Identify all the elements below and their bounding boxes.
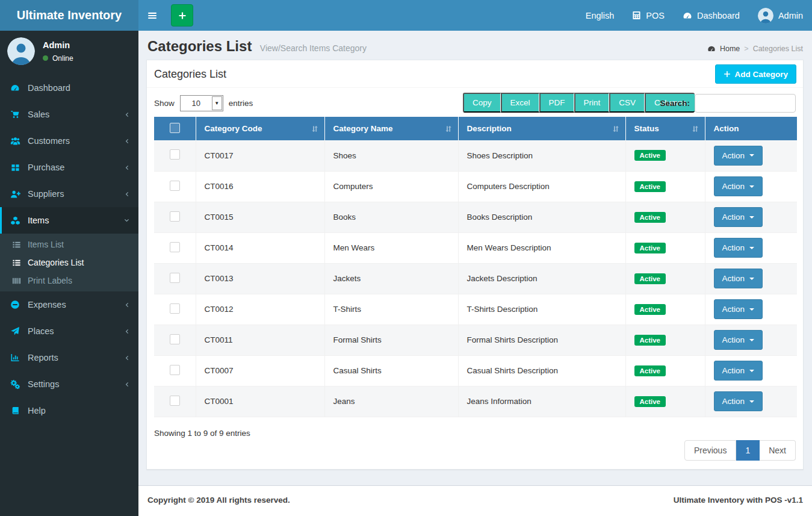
cart-icon — [9, 110, 21, 119]
sidebar-item-categories-list[interactable]: Categories List — [0, 253, 138, 272]
sidebar-toggle-button[interactable] — [138, 0, 166, 31]
sidebar-item-customers[interactable]: Customers — [0, 128, 138, 154]
avatar — [758, 8, 773, 23]
status-badge: Active — [634, 304, 666, 315]
cell-category-code: CT0012 — [196, 294, 324, 325]
pos-link[interactable]: POS — [623, 0, 674, 31]
row-checkbox[interactable] — [170, 303, 180, 314]
action-dropdown-button[interactable]: Action — [714, 238, 763, 258]
action-dropdown-button[interactable]: Action — [714, 361, 763, 381]
page-length-control: Show 10 ▼ entries — [154, 95, 253, 111]
status-badge: Active — [634, 273, 666, 284]
row-checkbox[interactable] — [170, 273, 180, 283]
sidebar-item-items-list[interactable]: Items List — [0, 235, 138, 253]
cell-description: Casual Shirts Description — [458, 355, 625, 386]
pagination-page-1-button[interactable]: 1 — [736, 440, 760, 461]
dashboard-label: Dashboard — [697, 11, 740, 20]
cell-description: Men Wears Description — [458, 232, 625, 263]
action-dropdown-button[interactable]: Action — [714, 207, 763, 227]
calculator-icon — [632, 11, 641, 20]
caret-down-icon — [749, 185, 754, 188]
select-caret-icon[interactable]: ▼ — [212, 96, 222, 110]
caret-down-icon — [749, 247, 754, 249]
sidebar-item-label: Dashboard — [28, 83, 70, 93]
caret-down-icon — [749, 339, 754, 341]
pagination-previous-button[interactable]: Previous — [684, 440, 736, 461]
action-dropdown-button[interactable]: Action — [714, 391, 763, 411]
search-input[interactable] — [695, 94, 796, 113]
sidebar-user-info: Admin Online — [43, 40, 73, 63]
bars-icon — [147, 10, 158, 21]
page-length-select[interactable]: 10 ▼ — [180, 95, 223, 111]
pdf-button[interactable]: PDF — [539, 93, 574, 113]
cell-category-name: T-Shirts — [324, 294, 458, 325]
main-content: Categories List View/Search Items Catego… — [138, 31, 812, 516]
sidebar-item-places[interactable]: Places — [0, 318, 138, 344]
column-header-status[interactable]: Status — [625, 117, 705, 140]
cell-description: Computers Description — [458, 171, 625, 202]
pagination-next-button[interactable]: Next — [760, 440, 796, 461]
excel-button[interactable]: Excel — [501, 93, 539, 113]
select-all-checkbox[interactable] — [170, 123, 180, 133]
sidebar-item-items[interactable]: Items — [0, 207, 138, 234]
footer-version: Ultimate Inventory with POS -v1.1 — [674, 496, 803, 505]
csv-button[interactable]: CSV — [609, 93, 645, 113]
action-dropdown-button[interactable]: Action — [714, 146, 763, 166]
breadcrumb-home[interactable]: Home — [720, 45, 740, 53]
table-row: CT0012 T-Shirts T-Shirts Description Act… — [154, 294, 797, 325]
sidebar-item-label: Help — [28, 406, 46, 415]
tachometer-icon — [683, 11, 692, 20]
list-icon — [10, 240, 22, 249]
sidebar-item-purchase[interactable]: Purchase — [0, 154, 138, 181]
action-dropdown-button[interactable]: Action — [714, 299, 763, 319]
user-menu[interactable]: Admin — [749, 0, 812, 31]
table-header-row: Category Code Category Name Description … — [154, 117, 797, 140]
print-button[interactable]: Print — [574, 93, 610, 113]
sidebar-item-expenses[interactable]: Expenses — [0, 291, 138, 318]
categories-panel: Categories List Add Category Show 10 ▼ e… — [146, 60, 804, 470]
action-dropdown-button[interactable]: Action — [714, 269, 763, 288]
row-checkbox[interactable] — [170, 211, 180, 222]
page-length-value: 10 — [192, 99, 200, 108]
table-row: CT0014 Men Wears Men Wears Description A… — [154, 232, 797, 263]
column-header-description[interactable]: Description — [458, 117, 625, 140]
sidebar-item-label: Items List — [28, 240, 64, 249]
sidebar-item-dashboard[interactable]: Dashboard — [0, 75, 138, 101]
cell-category-code: CT0013 — [196, 263, 324, 294]
column-header-category-name[interactable]: Category Name — [324, 117, 458, 140]
sidebar-item-label: Places — [28, 326, 54, 336]
add-category-label: Add Category — [734, 70, 788, 79]
chevron-left-icon — [123, 138, 130, 145]
column-header-category-code[interactable]: Category Code — [196, 117, 324, 140]
status-badge: Active — [634, 335, 666, 346]
row-checkbox[interactable] — [170, 242, 180, 252]
chevron-left-icon — [123, 111, 130, 118]
sidebar-item-help[interactable]: Help — [0, 397, 138, 424]
row-checkbox[interactable] — [170, 181, 180, 191]
dashboard-link[interactable]: Dashboard — [674, 0, 749, 31]
action-dropdown-button[interactable]: Action — [714, 176, 763, 196]
row-checkbox[interactable] — [170, 396, 180, 406]
caret-down-icon — [749, 370, 754, 372]
copy-button[interactable]: Copy — [463, 93, 501, 113]
sidebar-item-settings[interactable]: Settings — [0, 371, 138, 397]
footer-copyright: Copyright © 2019 All rights reserved. — [147, 496, 290, 505]
add-category-button[interactable]: Add Category — [715, 64, 796, 84]
row-checkbox[interactable] — [170, 334, 180, 344]
action-dropdown-button[interactable]: Action — [714, 330, 763, 350]
app-brand[interactable]: Ultimate Inventory — [0, 0, 138, 31]
sidebar-item-suppliers[interactable]: Suppliers — [0, 181, 138, 207]
status-badge: Active — [634, 365, 666, 376]
sidebar-user-status[interactable]: Online — [43, 54, 73, 63]
sidebar-item-print-labels[interactable]: Print Labels — [0, 272, 138, 290]
sidebar-item-reports[interactable]: Reports — [0, 344, 138, 371]
row-checkbox[interactable] — [170, 365, 180, 375]
table-row: CT0016 Computers Computers Description A… — [154, 171, 797, 202]
table-row: CT0007 Casual Shirts Casual Shirts Descr… — [154, 355, 797, 386]
quick-add-button[interactable] — [171, 4, 193, 26]
row-checkbox[interactable] — [170, 149, 180, 160]
language-menu[interactable]: English — [577, 0, 624, 31]
top-navbar: Ultimate Inventory English POS Dashboard — [0, 0, 812, 31]
sidebar-item-sales[interactable]: Sales — [0, 101, 138, 128]
sidebar-user-panel: Admin Online — [0, 31, 138, 71]
